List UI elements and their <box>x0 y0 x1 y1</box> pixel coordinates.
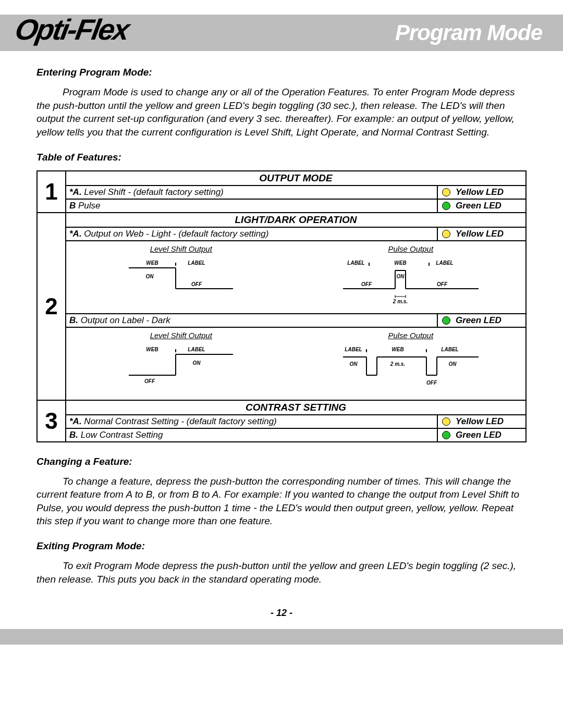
heading-exiting: Exiting Program Mode: <box>36 540 527 552</box>
feature-number-3: 3 <box>37 400 66 442</box>
svg-text:LABEL: LABEL <box>441 347 458 352</box>
waveform-icon: LABEL WEB LABEL ON ON 2 m.s. OFF <box>333 344 489 396</box>
page-title: Program Mode <box>395 20 542 45</box>
table-row: 2 LIGHT/DARK OPERATION <box>37 213 526 227</box>
svg-text:ON: ON <box>193 360 201 366</box>
table-row: *A. Level Shift - (default factory setti… <box>37 186 526 199</box>
led-2a: Yellow LED <box>437 227 526 241</box>
svg-text:OFF: OFF <box>144 378 155 384</box>
option-1b: B Pulse <box>66 199 437 213</box>
led-circle-yellow-icon <box>442 230 450 238</box>
svg-text:WEB: WEB <box>146 260 158 266</box>
table-row: *A. Normal Contrast Setting - (default f… <box>37 415 526 428</box>
svg-text:2 m.s.: 2 m.s. <box>393 299 408 304</box>
heading-table: Table of Features: <box>36 152 527 163</box>
page-number: - 12 - <box>0 608 563 619</box>
led-circle-yellow-icon <box>442 417 450 426</box>
waveform-icon: LABEL WEB LABEL ON OFF OFF 2 m.s. <box>333 257 489 307</box>
table-row: B. Output on Label - Dark Green LED <box>37 314 526 327</box>
heading-changing: Changing a Feature: <box>36 456 527 467</box>
svg-text:OFF: OFF <box>361 281 372 287</box>
footer-band <box>0 629 563 645</box>
svg-text:ON: ON <box>448 361 457 367</box>
svg-text:LABEL: LABEL <box>436 260 453 266</box>
led-1a: Yellow LED <box>437 186 526 199</box>
heading-entering: Entering Program Mode: <box>36 67 527 78</box>
category-output-mode: OUTPUT MODE <box>66 171 526 186</box>
svg-text:OFF: OFF <box>191 281 202 287</box>
diagram-level-shift-a: Level Shift Output WEB LABEL ON OFF <box>66 241 296 313</box>
table-row: 3 CONTRAST SETTING <box>37 400 526 415</box>
led-circle-green-icon <box>442 316 450 325</box>
diagram-pulse-a: Pulse Output LABEL WEB LABEL <box>296 241 526 313</box>
svg-text:ON: ON <box>349 361 358 367</box>
table-row: B. Low Contrast Setting Green LED <box>37 428 526 442</box>
diagram-row-2b: Level Shift Output WEB LABEL ON OFF <box>37 327 526 400</box>
table-row: B Pulse Green LED <box>37 199 526 213</box>
svg-text:LABEL: LABEL <box>188 260 205 266</box>
features-table: 1 OUTPUT MODE *A. Level Shift - (default… <box>36 170 527 442</box>
svg-text:OFF: OFF <box>437 281 448 287</box>
diagram-row-2a: Level Shift Output WEB LABEL ON OFF <box>37 241 526 314</box>
led-3b: Green LED <box>437 428 526 442</box>
feature-number-2: 2 <box>37 213 66 400</box>
svg-text:OFF: OFF <box>426 380 437 386</box>
svg-text:WEB: WEB <box>394 260 406 266</box>
svg-text:LABEL: LABEL <box>345 347 362 352</box>
table-row: 1 OUTPUT MODE <box>37 171 526 186</box>
table-row: *A. Output on Web - Light - (default fac… <box>37 227 526 241</box>
option-3b: B. Low Contrast Setting <box>66 428 437 442</box>
waveform-icon: WEB LABEL ON OFF <box>108 344 254 391</box>
para-entering: Program Mode is used to change any or al… <box>36 85 527 139</box>
option-3a: *A. Normal Contrast Setting - (default f… <box>66 415 437 428</box>
svg-text:WEB: WEB <box>391 347 403 352</box>
option-2b: B. Output on Label - Dark <box>66 314 437 327</box>
led-3a: Yellow LED <box>437 415 526 428</box>
svg-text:WEB: WEB <box>146 347 158 352</box>
option-2a: *A. Output on Web - Light - (default fac… <box>66 227 437 241</box>
feature-number-1: 1 <box>37 171 66 213</box>
option-1a: *A. Level Shift - (default factory setti… <box>66 186 437 199</box>
category-light-dark: LIGHT/DARK OPERATION <box>66 213 526 227</box>
category-contrast: CONTRAST SETTING <box>66 400 526 415</box>
content-body: Entering Program Mode: Program Mode is u… <box>0 51 563 603</box>
led-circle-yellow-icon <box>442 188 450 196</box>
led-2b: Green LED <box>437 314 526 327</box>
svg-text:ON: ON <box>396 274 405 279</box>
diagram-level-shift-b: Level Shift Output WEB LABEL ON OFF <box>66 328 296 400</box>
para-changing: To change a feature, depress the push-bu… <box>36 475 527 528</box>
waveform-icon: WEB LABEL ON OFF <box>108 257 254 304</box>
svg-text:2 m.s.: 2 m.s. <box>390 361 405 367</box>
svg-text:LABEL: LABEL <box>347 260 364 266</box>
led-1b: Green LED <box>437 199 526 213</box>
led-circle-green-icon <box>442 202 450 210</box>
led-circle-green-icon <box>442 431 450 439</box>
para-exiting: To exit Program Mode depress the push-bu… <box>36 559 527 586</box>
svg-text:ON: ON <box>146 274 154 279</box>
svg-text:LABEL: LABEL <box>188 347 205 352</box>
header-logo: Opti-Flex <box>13 13 131 46</box>
header-band: Opti-Flex Program Mode <box>0 15 563 51</box>
diagram-pulse-b: Pulse Output <box>296 328 526 400</box>
